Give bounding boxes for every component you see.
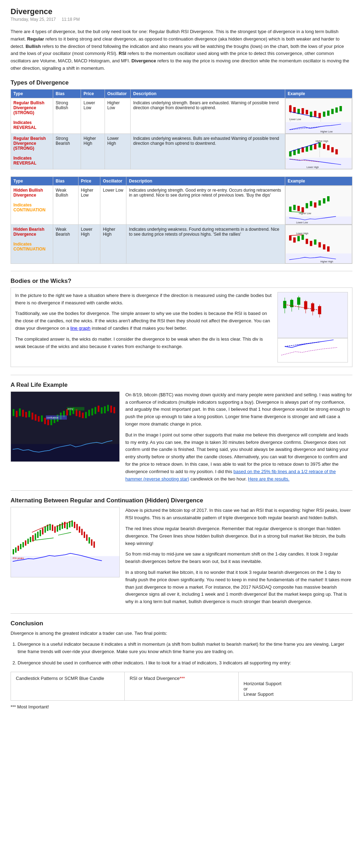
line-graph-link[interactable]: line graph: [70, 326, 90, 331]
hidden-types-table: Type Bias Price Oscillator Description E…: [11, 176, 352, 264]
svg-rect-101: [35, 414, 37, 421]
bias-cell: Weak Bearish: [53, 224, 79, 264]
bodies-p2: Traditionally, we use the bodies for div…: [15, 310, 272, 332]
svg-rect-164: [86, 534, 88, 541]
alt-p1: Above is pictured the bitcoin top of 201…: [125, 507, 352, 522]
conclusion-point-2: Divergence should be used in confluence …: [18, 659, 352, 667]
svg-rect-156: [67, 523, 68, 529]
svg-rect-137: [20, 544, 21, 549]
svg-rect-102: [38, 416, 40, 422]
example-cell: Higher High Lower High: [285, 134, 352, 169]
svg-rect-71: [286, 253, 352, 263]
svg-rect-62: [302, 235, 304, 240]
svg-text:RSI peaks: RSI peaks: [13, 557, 24, 560]
svg-rect-150: [52, 525, 53, 531]
svg-rect-29: [310, 145, 312, 150]
svg-rect-154: [62, 523, 63, 529]
alt-p4: In a strong bull market like bitcoin, it…: [125, 569, 352, 606]
price-cell: Higher High: [81, 134, 105, 169]
svg-text:Higher High: Higher High: [315, 140, 328, 142]
alt-p3: So from mid-may to mid-june we saw a sig…: [125, 551, 352, 565]
svg-text:Lower Low: Lower Low: [296, 221, 308, 224]
svg-rect-167: [93, 541, 95, 548]
svg-rect-59: [289, 235, 292, 240]
svg-rect-10: [319, 113, 321, 118]
reallife-chart: confluence entry: [11, 391, 120, 462]
reallife-heading: A Real Life Example: [11, 382, 352, 389]
asterisk: ***: [180, 676, 185, 681]
section-divider-4: [11, 613, 352, 614]
svg-rect-132: [11, 507, 119, 556]
section-divider-2: [11, 375, 352, 375]
time: 11:18 PM: [62, 17, 80, 22]
reversal-indicator: Indicates REVERSAL: [13, 120, 50, 130]
bullish-label: Bullish: [26, 44, 41, 49]
types-table: Type Bias Price Oscillator Description E…: [11, 89, 352, 169]
alt-p2: The red lines show regular bearish diver…: [125, 525, 352, 547]
svg-rect-166: [91, 539, 93, 546]
svg-rect-155: [64, 522, 65, 528]
description-cell: Indicates underlying strength. Bears are…: [131, 98, 285, 134]
svg-rect-14: [336, 107, 338, 112]
svg-rect-141: [30, 537, 31, 542]
svg-rect-66: [319, 242, 321, 247]
svg-rect-24: [289, 151, 292, 156]
bottom-confluence-table: Candlestick Patterns or SCMR Blue Candle…: [11, 672, 352, 701]
type-cell: Regular Bearish Divergence (STRONG) Indi…: [11, 134, 53, 169]
svg-rect-140: [27, 539, 29, 544]
svg-rect-143: [35, 534, 36, 540]
alternating-chart: RSI peaks: [11, 507, 120, 577]
svg-rect-124: [107, 405, 109, 411]
description-cell: Indicates underlying weakness. Found dur…: [126, 224, 285, 264]
col2-header-text: RSI or Macd Divergence***: [130, 676, 185, 681]
svg-rect-35: [336, 149, 338, 154]
svg-rect-98: [25, 412, 27, 417]
table-row: Hidden Bearish Divergence Indicates CONT…: [11, 224, 352, 264]
type-cell: Regular Bullish Divergence (STRONG) Indi…: [11, 98, 53, 134]
svg-rect-49: [310, 201, 312, 206]
results-link[interactable]: Here are the results.: [248, 476, 289, 482]
svg-rect-135: [15, 547, 17, 553]
svg-rect-100: [32, 413, 33, 420]
svg-rect-162: [81, 529, 83, 535]
svg-rect-18: [286, 122, 351, 133]
svg-text:entry: entry: [68, 408, 73, 410]
svg-rect-103: [41, 415, 43, 422]
svg-rect-74: [278, 337, 348, 362]
oscillator-cell: Higher High: [100, 224, 126, 264]
svg-rect-26: [298, 149, 300, 154]
bias-cell: Strong Bearish: [53, 134, 81, 169]
svg-rect-48: [306, 203, 308, 208]
svg-rect-81: [297, 298, 300, 305]
rsi-label: RSI: [119, 51, 126, 56]
svg-rect-31: [319, 142, 321, 147]
col-bias-h: Bias: [53, 176, 79, 185]
svg-rect-142: [32, 535, 34, 541]
divergence-label: Divergence: [131, 58, 156, 63]
svg-rect-56: [286, 216, 352, 224]
svg-rect-161: [79, 527, 80, 533]
table-row: Regular Bullish Divergence (STRONG) Indi…: [11, 98, 352, 134]
col-description-h: Description: [126, 176, 285, 185]
reallife-section: confluence entry On 8/19, bitcoin ($BTC)…: [11, 391, 352, 483]
bodies-text-block: In the picture to the right we have a si…: [15, 292, 272, 362]
svg-rect-11: [323, 112, 325, 117]
conclusion-heading: Conclusion: [11, 620, 352, 627]
svg-rect-163: [84, 532, 85, 538]
table-row: Hidden Bullish Divergence Indicates CONT…: [11, 185, 352, 224]
svg-rect-28: [306, 147, 308, 151]
oscillator-cell: Lower Low: [100, 185, 126, 224]
reallife-p1: On 8/19, bitcoin ($BTC) was moving down …: [125, 391, 352, 428]
svg-rect-68: [327, 247, 330, 252]
fib-link[interactable]: based on the 25% fib lines and a 1/2 ret…: [125, 469, 336, 482]
most-important-text: *** Most Important!: [11, 704, 49, 709]
svg-rect-126: [113, 407, 115, 413]
col3-header-cell: Horizontal SupportorLinear Support: [238, 672, 352, 701]
intro-paragraph: There are 4 types of divergence, but the…: [11, 28, 352, 72]
col-price: Price: [81, 89, 105, 98]
alternating-text-block: Above is pictured the bitcoin top of 201…: [125, 507, 352, 606]
type-cell: Hidden Bearish Divergence Indicates CONT…: [11, 224, 53, 264]
svg-rect-112: [69, 410, 71, 415]
price-cell: Lower High: [78, 224, 100, 264]
svg-rect-125: [110, 405, 112, 413]
